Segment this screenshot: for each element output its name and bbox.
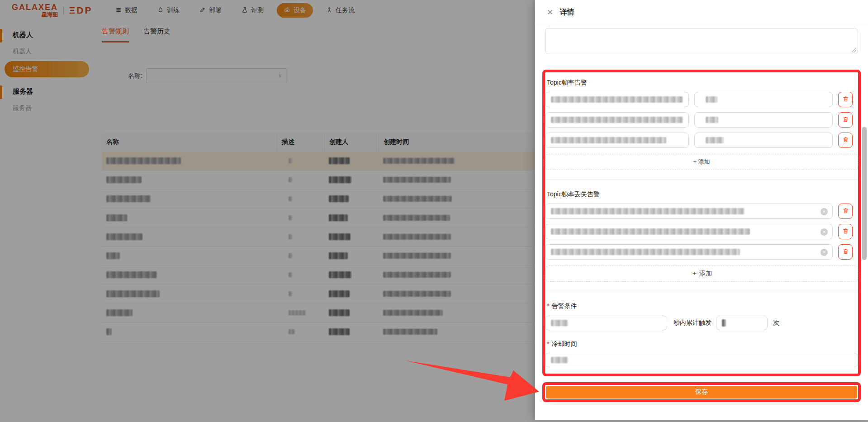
rate-value-input[interactable] [694, 112, 833, 128]
alarm-condition-row: 秒内累计触发 次 [545, 316, 858, 330]
unit-label: 次 [773, 319, 779, 327]
topic-loss-input[interactable]: ✕ [545, 204, 833, 219]
trash-icon [842, 95, 849, 104]
trigger-count-input[interactable] [716, 316, 768, 330]
topic-loss-label: Topic帧率丢失告警 [547, 190, 858, 199]
trash-icon [842, 228, 849, 236]
condition-seconds-input[interactable] [545, 316, 667, 330]
redacted-value [706, 117, 718, 123]
trash-icon [842, 116, 849, 124]
redacted-value [551, 357, 568, 363]
redacted-value [706, 96, 717, 103]
cooldown-label: *冷却时间 [547, 340, 858, 348]
trash-icon [842, 207, 849, 215]
add-topic-rate-button[interactable]: + 添加 [545, 154, 858, 170]
topic-name-input[interactable] [545, 133, 689, 148]
delete-row-button[interactable] [838, 244, 853, 260]
clear-input-icon[interactable]: ✕ [821, 249, 828, 256]
add-topic-loss-button[interactable]: ＋ 添加 [545, 266, 858, 282]
description-textarea[interactable] [545, 28, 858, 54]
delete-row-button[interactable] [838, 133, 853, 148]
topic-loss-row: ✕ [545, 224, 858, 239]
rate-value-input[interactable] [694, 133, 833, 148]
trash-icon [842, 248, 849, 256]
topic-name-input[interactable] [545, 92, 689, 107]
redacted-topic [551, 117, 683, 123]
highlight-box-form: Topic帧率告警 + 添加 Topic帧率丢失告警 ✕✕✕ ＋ 添加 *告警条… [542, 70, 861, 376]
topic-name-input[interactable] [545, 112, 689, 128]
clear-input-icon[interactable]: ✕ [821, 208, 828, 215]
redacted-topic [551, 249, 740, 255]
redacted-topic [551, 137, 666, 143]
trash-icon [842, 136, 849, 144]
clear-input-icon[interactable]: ✕ [821, 228, 828, 236]
topic-loss-rows: ✕✕✕ [545, 204, 858, 260]
drawer-header: ✕ 详情 [535, 0, 868, 25]
drawer-scrollbar[interactable] [862, 127, 867, 260]
drawer-title: 详情 [560, 8, 574, 17]
redacted-topic [551, 208, 745, 214]
topic-rate-row [545, 133, 858, 148]
close-icon[interactable]: ✕ [547, 8, 553, 17]
resize-grip-icon[interactable] [852, 48, 856, 52]
required-asterisk: * [547, 302, 549, 309]
redacted-value [706, 137, 724, 143]
delete-row-button[interactable] [838, 224, 853, 239]
required-asterisk: * [547, 340, 549, 347]
redacted-topic [551, 228, 750, 235]
highlight-box-save: 保存 [542, 382, 861, 402]
trigger-middle-label: 秒内累计触发 [674, 319, 711, 327]
alarm-condition-label: *告警条件 [547, 302, 858, 310]
drawer-body: Topic帧率告警 + 添加 Topic帧率丢失告警 ✕✕✕ ＋ 添加 *告警条… [535, 25, 868, 420]
delete-row-button[interactable] [838, 92, 853, 107]
save-button[interactable]: 保存 [546, 386, 857, 398]
topic-loss-row: ✕ [545, 204, 858, 219]
detail-drawer: ✕ 详情 Topic帧率告警 + 添加 Topic帧率丢失告警 ✕✕✕ ＋ 添加… [535, 0, 868, 420]
delete-row-button[interactable] [838, 112, 853, 128]
redacted-value [551, 320, 568, 326]
section-divider [545, 179, 858, 180]
topic-loss-input[interactable]: ✕ [545, 244, 833, 260]
redacted-topic [551, 96, 683, 103]
cooldown-input[interactable] [545, 353, 858, 367]
app-root: GALAXEA 星海图 | ΞDP 数据 训练 部署 评测 [0, 0, 868, 422]
topic-loss-input[interactable]: ✕ [545, 224, 833, 239]
topic-rate-row [545, 92, 858, 107]
rate-value-input[interactable] [694, 92, 833, 107]
redacted-value [722, 319, 726, 327]
topic-rate-rows [545, 92, 858, 148]
topic-rate-row [545, 112, 858, 128]
delete-row-button[interactable] [838, 204, 853, 219]
topic-loss-row: ✕ [545, 244, 858, 260]
section-divider [545, 291, 858, 291]
topic-rate-label: Topic帧率告警 [547, 79, 858, 87]
